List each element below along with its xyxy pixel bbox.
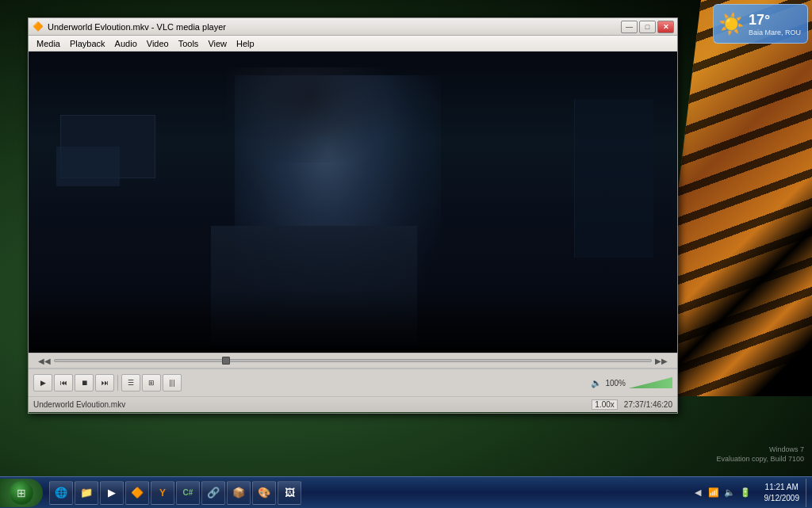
tray-arrow-icon[interactable]: ◀: [691, 487, 704, 499]
taskbar-item-pkg[interactable]: 📦: [227, 481, 251, 505]
prev-button[interactable]: ⏮: [54, 374, 73, 392]
taskbar-item-cs[interactable]: C#: [176, 481, 200, 505]
video-bottom-fade: [29, 289, 677, 353]
taskbar-item-ie[interactable]: 🌐: [49, 481, 73, 505]
stop-button[interactable]: ⏹: [75, 374, 94, 392]
vlc-cone-icon: 🔶: [33, 21, 44, 32]
menu-video[interactable]: Video: [142, 37, 174, 50]
taskbar-item-y[interactable]: Y: [151, 481, 174, 505]
video-scene: [29, 52, 677, 353]
seek-right-icon: ▶▶: [652, 357, 671, 365]
title-buttons: — □ ✕: [621, 21, 674, 33]
y-app-icon: Y: [156, 487, 169, 499]
status-speed: 1.00x: [592, 399, 617, 410]
package-icon: 📦: [232, 487, 245, 499]
photo-icon: 🖼: [283, 487, 296, 499]
toggle-ext-button[interactable]: ⊞: [142, 374, 161, 392]
volume-area: 🔈 100%: [591, 377, 672, 388]
cs-icon: C#: [182, 487, 194, 499]
title-bar: 🔶 Underworld Evloution.mkv - VLC media p…: [29, 18, 677, 36]
next-button[interactable]: ⏭: [95, 374, 114, 392]
paint-icon: 🎨: [258, 487, 270, 499]
eval-notice: Windows 7 Evaluation copy, Build 7100: [717, 445, 804, 464]
windows-logo-icon: ⊞: [17, 487, 26, 499]
seek-bar-thumb[interactable]: [222, 357, 230, 365]
clock-area[interactable]: 11:21 AM 9/12/2009: [758, 482, 806, 504]
close-button[interactable]: ✕: [657, 21, 674, 33]
volume-bar[interactable]: [629, 377, 672, 388]
toggle-frames-button[interactable]: |||: [163, 374, 182, 392]
link-icon: 🔗: [207, 487, 220, 499]
vlc-icon: 🔶: [32, 21, 44, 33]
status-bar: Underworld Evloution.mkv 1.00x 27:37/1:4…: [29, 396, 677, 412]
eval-line1: Windows 7: [717, 445, 804, 455]
start-button[interactable]: ⊞: [0, 479, 43, 507]
volume-fill: [629, 377, 672, 388]
taskbar: ⊞ 🌐 📁 ▶ 🔶 Y C# 🔗: [0, 476, 812, 508]
volume-label: 100%: [605, 379, 626, 388]
vlc-window: 🔶 Underworld Evloution.mkv - VLC media p…: [28, 17, 678, 414]
video-hair: [227, 67, 385, 162]
tray-network-icon[interactable]: 📶: [707, 487, 720, 499]
start-orb: ⊞: [9, 480, 34, 506]
taskbar-item-photo[interactable]: 🖼: [278, 481, 301, 505]
system-tray: ◀ 📶 🔈 🔋: [685, 487, 758, 499]
clock-time: 11:21 AM: [765, 482, 799, 493]
explorer-icon: 📁: [80, 487, 93, 499]
controls-bar: ▶ ⏮ ⏹ ⏭ ☰ ⊞ ||| 🔈 100%: [29, 369, 677, 396]
desktop: ☀️ 17° Baia Mare, ROU 🔶 Underworld Evlou…: [0, 0, 812, 508]
minimize-button[interactable]: —: [621, 21, 638, 33]
taskbar-item-paint[interactable]: 🎨: [252, 481, 276, 505]
menu-tools[interactable]: Tools: [174, 37, 204, 50]
weather-icon: ☀️: [718, 12, 744, 36]
seek-area[interactable]: ◀◀ ▶▶: [29, 353, 677, 369]
status-filename: Underworld Evloution.mkv: [33, 400, 592, 409]
weather-widget[interactable]: ☀️ 17° Baia Mare, ROU: [713, 4, 808, 44]
status-right: 1.00x 27:37/1:46:20: [592, 399, 672, 410]
menu-view[interactable]: View: [203, 37, 232, 50]
volume-icon: 🔈: [591, 378, 602, 388]
show-desktop-button[interactable]: [806, 479, 812, 507]
taskbar-items: 🌐 📁 ▶ 🔶 Y C# 🔗 📦 🎨: [46, 481, 685, 505]
menu-audio[interactable]: Audio: [110, 37, 142, 50]
vlc-taskbar-icon: 🔶: [131, 487, 144, 499]
media-icon: ▶: [105, 487, 118, 499]
taskbar-item-link[interactable]: 🔗: [201, 481, 225, 505]
weather-location: Baia Mare, ROU: [749, 29, 801, 36]
controls-separator-1: [117, 375, 118, 391]
eval-line2: Evaluation copy, Build 7100: [717, 454, 804, 464]
taskbar-item-explorer[interactable]: 📁: [75, 481, 98, 505]
menu-help[interactable]: Help: [232, 37, 259, 50]
menu-playback[interactable]: Playback: [65, 37, 110, 50]
toggle-playlist-button[interactable]: ☰: [121, 374, 140, 392]
taskbar-item-vlc[interactable]: 🔶: [125, 481, 149, 505]
video-structure-right: [574, 99, 653, 258]
play-button[interactable]: ▶: [33, 374, 52, 392]
video-area[interactable]: [29, 52, 677, 353]
seek-bar-track[interactable]: [54, 359, 652, 362]
maximize-button[interactable]: □: [639, 21, 656, 33]
video-structure-left2: [56, 147, 120, 186]
status-time: 27:37/1:46:20: [624, 400, 672, 409]
weather-info: 17° Baia Mare, ROU: [749, 12, 801, 36]
tray-volume-icon[interactable]: 🔈: [723, 487, 736, 499]
weather-temperature: 17°: [749, 12, 801, 29]
menu-bar: Media Playback Audio Video Tools View He…: [29, 36, 677, 52]
ie-icon: 🌐: [55, 487, 67, 499]
clock-date: 9/12/2009: [764, 493, 800, 504]
menu-media[interactable]: Media: [32, 37, 65, 50]
taskbar-item-media[interactable]: ▶: [100, 481, 124, 505]
tray-battery-icon[interactable]: 🔋: [739, 487, 752, 499]
window-title: Underworld Evloution.mkv - VLC media pla…: [48, 22, 621, 32]
seek-left-icon: ◀◀: [35, 357, 54, 365]
